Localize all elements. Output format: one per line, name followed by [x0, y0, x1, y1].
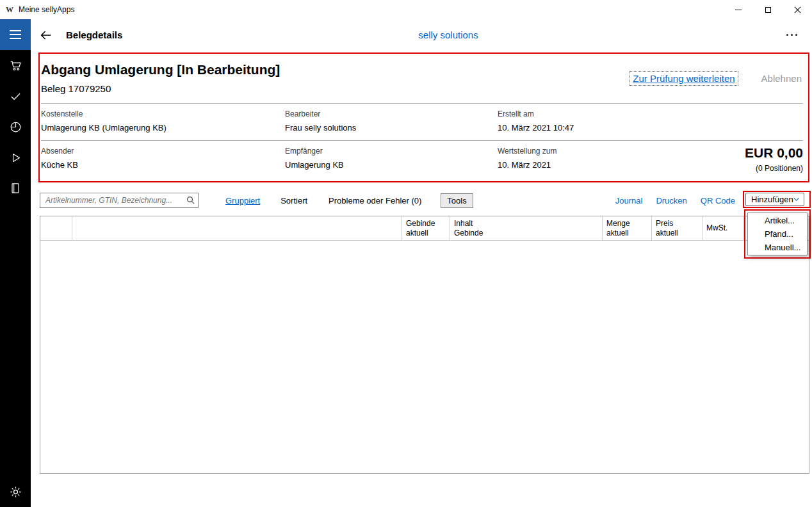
window-title: Meine sellyApps [19, 5, 74, 14]
reject-button[interactable]: Ablehnen [761, 73, 802, 84]
column-header-menge-aktuell: Menge aktuell [603, 216, 652, 240]
column-label: Menge [606, 219, 647, 229]
minimize-icon [735, 10, 742, 10]
field-value: Umlagerung KB (Umlagerung KB) [41, 123, 285, 133]
column-label: MwSt. [706, 223, 739, 233]
search-input[interactable] [40, 193, 199, 208]
field-erstellt-am: Erstellt am 10. März 2021 10:47 [498, 109, 574, 140]
total-amount: EUR 0,00 [745, 145, 803, 161]
column-header-mwst: MwSt. [702, 216, 743, 240]
chevron-down-icon [793, 197, 799, 202]
add-button[interactable]: Hinzufügen [745, 193, 804, 206]
field-value: 10. März 2021 10:47 [498, 123, 574, 133]
sidebar [0, 50, 31, 507]
field-label: Kostenstelle [41, 109, 285, 118]
qr-code-link[interactable]: QR Code [701, 196, 735, 205]
field-label: Empfänger [285, 147, 498, 156]
checkmark-icon [9, 90, 22, 103]
back-button[interactable] [39, 28, 56, 43]
column-label: aktuell [606, 229, 647, 238]
pie-chart-icon [9, 120, 22, 134]
column-header-description [72, 216, 402, 240]
document-header-panel: Abgang Umlagerung [In Bearbeitung] Beleg… [38, 52, 809, 182]
field-value: Umlagerung KB [285, 160, 498, 170]
field-absender: Absender Küche KB [41, 147, 285, 181]
sidebar-item-approvals[interactable] [0, 81, 31, 111]
page-title: Belegdetails [66, 19, 122, 50]
maximize-icon [765, 7, 771, 13]
sidebar-item-journal[interactable] [0, 173, 31, 204]
highlight-box-add-menu: Artikel... Pfand... Manuell... [744, 209, 811, 259]
field-row-1: Kostenstelle Umlagerung KB (Umlagerung K… [41, 104, 803, 140]
close-icon [794, 6, 801, 13]
search-icon[interactable] [186, 195, 195, 205]
hamburger-menu-button[interactable] [0, 19, 31, 50]
positions-count: (0 Positionen) [745, 164, 803, 173]
add-button-label: Hinzufügen [751, 195, 793, 204]
field-kostenstelle: Kostenstelle Umlagerung KB (Umlagerung K… [41, 109, 285, 140]
titlebar: W Meine sellyApps [0, 0, 812, 19]
field-value: 10. März 2021 [498, 160, 556, 170]
column-header-gebinde-aktuell: Gebinde aktuell [402, 216, 450, 240]
account-title: selly solutions [418, 19, 478, 50]
document-total: EUR 0,00 (0 Positionen) [745, 147, 803, 181]
column-header-inhalt-gebinde: Inhalt Gebinde [450, 216, 603, 240]
maximize-button[interactable] [753, 0, 783, 19]
table-header-row: Gebinde aktuell Inhalt Gebinde Menge akt… [40, 216, 809, 241]
app-icon: W [6, 5, 13, 15]
sidebar-item-reports[interactable] [0, 111, 31, 142]
sidebar-item-settings[interactable] [0, 476, 31, 507]
list-toolbar: Gruppiert Sortiert Probleme oder Fehler … [40, 192, 735, 209]
problems-link[interactable]: Probleme oder Fehler (0) [329, 196, 421, 205]
journal-link[interactable]: Journal [615, 196, 643, 205]
sidebar-item-cart[interactable] [0, 50, 31, 81]
column-label: Inhalt [454, 219, 598, 229]
search-field [40, 193, 199, 208]
gear-icon [9, 485, 22, 499]
column-header-blank [40, 216, 72, 240]
print-link[interactable]: Drucken [656, 196, 686, 205]
field-label: Bearbeiter [285, 109, 498, 118]
window-controls [724, 0, 812, 19]
back-arrow-icon [39, 28, 53, 42]
field-label: Wertstellung zum [498, 147, 556, 156]
positions-table: Gebinde aktuell Inhalt Gebinde Menge akt… [40, 216, 809, 474]
ellipsis-icon [786, 34, 788, 36]
column-label: aktuell [406, 229, 446, 238]
column-header-preis-aktuell: Preis aktuell [652, 216, 702, 240]
toolbar-right-links: Journal Drucken QR Code [615, 196, 735, 205]
field-wertstellung: Wertstellung zum 10. März 2021 [498, 147, 556, 181]
hamburger-icon [10, 30, 21, 31]
field-label: Erstellt am [498, 109, 574, 118]
column-label: Gebinde [406, 219, 446, 229]
field-empfaenger: Empfänger Umlagerung KB [285, 147, 498, 181]
column-label: Preis [656, 219, 698, 229]
field-value: Frau selly solutions [285, 123, 498, 133]
app-header: Belegdetails selly solutions [0, 19, 812, 50]
column-label: aktuell [656, 229, 698, 238]
grouped-toggle[interactable]: Gruppiert [225, 196, 260, 205]
cart-icon [9, 59, 22, 72]
field-bearbeiter: Bearbeiter Frau selly solutions [285, 109, 498, 140]
more-button[interactable] [779, 19, 804, 50]
add-menu: Artikel... Pfand... Manuell... [747, 213, 808, 255]
close-button[interactable] [783, 0, 812, 19]
sorted-toggle[interactable]: Sortiert [280, 196, 307, 205]
menu-item-pfand[interactable]: Pfand... [748, 227, 807, 241]
play-icon [9, 151, 22, 165]
sidebar-item-actions[interactable] [0, 142, 31, 173]
menu-item-artikel[interactable]: Artikel... [748, 214, 807, 227]
forward-for-review-link[interactable]: Zur Prüfung weiterleiten [629, 71, 738, 86]
highlight-box-add-button: Hinzufügen [743, 191, 811, 208]
main-content: Abgang Umlagerung [In Bearbeitung] Beleg… [31, 50, 812, 507]
column-label: Gebinde [454, 229, 598, 238]
document-actions: Zur Prüfung weiterleiten Ablehnen [629, 71, 802, 86]
minimize-button[interactable] [724, 0, 753, 19]
menu-item-manuell[interactable]: Manuell... [748, 241, 807, 254]
field-value: Küche KB [41, 160, 285, 170]
book-icon [9, 182, 22, 195]
tools-button[interactable]: Tools [441, 193, 473, 208]
field-label: Absender [41, 147, 285, 156]
field-row-2: Absender Küche KB Empfänger Umlagerung K… [41, 141, 803, 181]
table-body-empty [40, 241, 809, 474]
